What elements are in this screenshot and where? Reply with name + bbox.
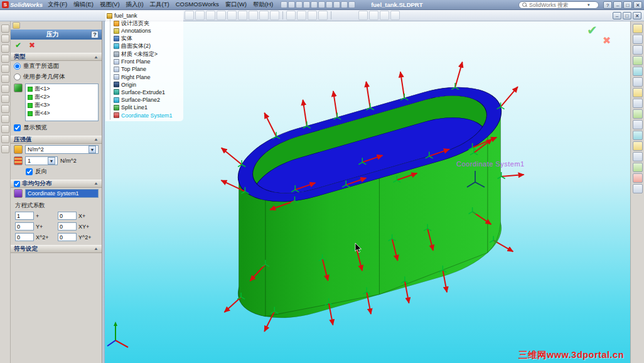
tree-item[interactable]: Origin: [114, 81, 182, 89]
face-list-item[interactable]: 面<1>: [26, 85, 97, 93]
standard-views-icon[interactable]: [238, 11, 247, 20]
left-toolbar-icon[interactable]: [1, 24, 9, 33]
section-nonuniform[interactable]: 非均匀分布 ▲: [11, 180, 102, 188]
menu-cosmosworks[interactable]: COSMOSWorks: [173, 1, 222, 9]
coordinate-system-field[interactable]: Coordinate System1: [25, 189, 99, 198]
close-button[interactable]: ✕: [633, 1, 642, 9]
open-icon[interactable]: [288, 1, 295, 8]
left-toolbar-icon[interactable]: [1, 125, 9, 133]
face-list-item[interactable]: 面<4>: [26, 109, 97, 117]
side-toolbar-icon[interactable]: [633, 24, 643, 33]
pm-edit-icon[interactable]: [13, 22, 20, 29]
zoom-inout-icon[interactable]: [206, 11, 215, 20]
menu-tools[interactable]: 工具(T): [147, 1, 173, 9]
minimize-button[interactable]: –: [613, 1, 622, 9]
tree-item[interactable]: 曲面实体(2): [114, 43, 182, 50]
toolbar-icon[interactable]: [380, 11, 389, 20]
left-toolbar-icon[interactable]: [1, 85, 9, 93]
side-toolbar-icon[interactable]: [633, 120, 643, 129]
save-icon[interactable]: [296, 1, 303, 8]
view-orientation-icon[interactable]: [297, 11, 306, 20]
chevron-down-icon[interactable]: ▾: [588, 3, 590, 8]
options-icon[interactable]: [333, 1, 340, 8]
maximize-button[interactable]: □: [623, 1, 632, 9]
coeff-input[interactable]: [58, 233, 77, 241]
side-toolbar-icon[interactable]: [633, 173, 643, 183]
left-toolbar-icon[interactable]: [1, 135, 9, 143]
side-toolbar-icon[interactable]: [633, 88, 643, 97]
shaded-icon[interactable]: [270, 11, 279, 20]
face-list-item[interactable]: 面<3>: [26, 101, 97, 109]
redo-icon[interactable]: [318, 1, 325, 8]
side-toolbar-icon[interactable]: [633, 184, 643, 193]
left-toolbar-icon[interactable]: [1, 55, 9, 63]
confirm-cancel-icon[interactable]: ✖: [603, 35, 611, 46]
coeff-input[interactable]: [15, 222, 34, 230]
print-icon[interactable]: [303, 1, 310, 8]
toolbar-icon[interactable]: [348, 1, 355, 8]
rebuild-icon[interactable]: [326, 1, 333, 8]
left-toolbar-icon[interactable]: [1, 115, 9, 123]
left-toolbar-icon[interactable]: [1, 75, 9, 83]
rotate-view-icon[interactable]: [217, 11, 226, 20]
left-toolbar-icon[interactable]: [1, 145, 9, 153]
tree-item-root[interactable]: fuel_tank: [107, 12, 182, 19]
left-toolbar-icon[interactable]: [1, 45, 9, 53]
tree-item[interactable]: Surface-Extrude1: [114, 89, 182, 96]
toolbar-icon[interactable]: [341, 1, 348, 8]
nonuniform-checkbox[interactable]: [14, 181, 20, 187]
menu-help[interactable]: 帮助(H): [250, 1, 276, 9]
menu-file[interactable]: 文件(F): [45, 1, 70, 9]
coeff-input[interactable]: [15, 233, 34, 241]
section-symbol[interactable]: 符号设定 ▲: [11, 245, 102, 253]
menu-insert[interactable]: 插入(I): [123, 1, 147, 9]
section-pressure-value[interactable]: 压强值 ▲: [11, 136, 102, 144]
side-toolbar-icon[interactable]: [633, 77, 643, 87]
tree-item[interactable]: 材质 <未指定>: [114, 50, 182, 58]
left-toolbar-icon[interactable]: [1, 35, 9, 43]
help-button[interactable]: ?: [603, 1, 612, 9]
menu-view[interactable]: 视图(V): [97, 1, 123, 9]
side-toolbar-icon[interactable]: [633, 141, 643, 151]
face-list-item[interactable]: 面<2>: [26, 93, 97, 101]
reverse-checkbox[interactable]: [26, 168, 33, 175]
tree-item-coordinate-system[interactable]: Coordinate System1: [114, 111, 182, 119]
selected-faces-list[interactable]: 面<1> 面<2> 面<3> 面<4>: [25, 84, 99, 121]
doc-close-button[interactable]: ✕: [633, 12, 641, 19]
side-toolbar-icon[interactable]: [633, 35, 643, 44]
side-toolbar-icon[interactable]: [633, 152, 643, 161]
section-type[interactable]: 类型 ▲: [11, 53, 102, 61]
show-preview-checkbox[interactable]: [14, 124, 21, 131]
tree-item[interactable]: 设计活页夹: [114, 19, 182, 27]
side-toolbar-icon[interactable]: [633, 56, 643, 65]
search-input[interactable]: [529, 2, 586, 8]
wireframe-icon[interactable]: [249, 11, 258, 20]
pan-icon[interactable]: [227, 11, 237, 20]
menu-window[interactable]: 窗口(W): [222, 1, 250, 9]
side-toolbar-icon[interactable]: [633, 99, 643, 108]
new-icon[interactable]: [281, 1, 287, 8]
graphics-viewport[interactable]: [105, 21, 630, 363]
pm-ok-button[interactable]: ✔: [15, 41, 21, 49]
pressure-value-combo[interactable]: 1 ▼: [25, 156, 58, 165]
perspective-icon[interactable]: [308, 11, 317, 20]
side-toolbar-icon[interactable]: [633, 131, 643, 140]
doc-restore-button[interactable]: □: [623, 12, 631, 19]
tree-item[interactable]: 实体: [114, 35, 182, 43]
toolbar-icon[interactable]: [358, 11, 368, 20]
tree-item[interactable]: Right Plane: [114, 73, 182, 81]
tree-item[interactable]: Front Plane: [114, 58, 182, 65]
tree-item[interactable]: Surface-Plane2: [114, 96, 182, 104]
pm-cancel-button[interactable]: ✖: [29, 41, 35, 49]
side-toolbar-icon[interactable]: [633, 109, 643, 119]
graphics-area[interactable]: ✔ ✖ Coordinate System1 三维网www.3dportal.c…: [105, 21, 630, 363]
unit-system-select[interactable]: N/m^2 ▼: [25, 145, 99, 154]
pm-help-button[interactable]: ?: [91, 31, 99, 38]
side-toolbar-icon[interactable]: [633, 45, 643, 55]
confirm-ok-icon[interactable]: ✔: [587, 23, 598, 38]
zoom-fit-icon[interactable]: [185, 11, 194, 20]
search-box[interactable]: ▾: [518, 1, 599, 9]
zoom-area-icon[interactable]: [195, 11, 205, 20]
left-toolbar-icon[interactable]: [1, 65, 9, 73]
radio-reference[interactable]: [14, 73, 21, 80]
